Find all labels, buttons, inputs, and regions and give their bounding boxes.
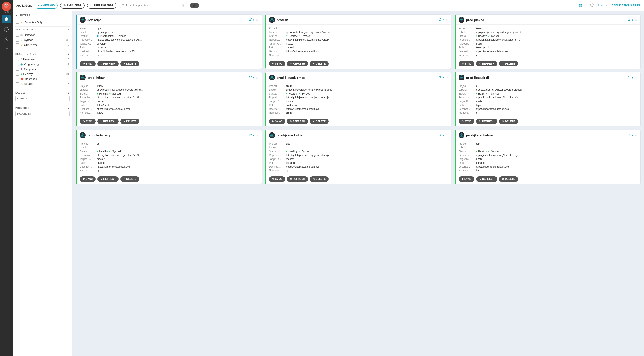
external-link-icon[interactable]: [438, 76, 441, 79]
sync-button[interactable]: ↻ SYNC: [80, 61, 96, 66]
dropdown-icon[interactable]: ▾: [253, 134, 254, 137]
external-link-icon[interactable]: [628, 134, 630, 137]
sync-status-collapse-icon[interactable]: ▲: [67, 28, 70, 31]
dropdown-icon[interactable]: ▾: [442, 76, 444, 79]
delete-button[interactable]: ✕ DELETE: [120, 176, 139, 182]
health-unknown-checkbox[interactable]: [16, 58, 19, 61]
favorite-star-icon[interactable]: ☆: [635, 18, 638, 22]
sync-button[interactable]: ↻ SYNC: [269, 176, 285, 182]
chart-view-icon[interactable]: [590, 3, 594, 8]
delete-button[interactable]: ✕ DELETE: [310, 176, 328, 182]
sync-apps-button[interactable]: ↻ SYNC APPS: [60, 2, 84, 8]
external-link-icon[interactable]: [628, 18, 630, 22]
sync-outofSync-filter[interactable]: ⟳ OutOfSync 7: [15, 42, 70, 47]
favorite-star-icon[interactable]: ☆: [256, 18, 258, 22]
search-input[interactable]: [126, 4, 181, 7]
refresh-button[interactable]: ↻ REFRESH: [476, 118, 497, 124]
logout-button[interactable]: Log out: [598, 4, 607, 7]
sync-unknown-filter[interactable]: Unknown 0: [15, 32, 70, 38]
external-link-icon[interactable]: [249, 18, 252, 22]
delete-button[interactable]: ✕ DELETE: [120, 61, 139, 66]
nav-icon-user[interactable]: [2, 35, 11, 44]
health-missing-checkbox[interactable]: [16, 82, 19, 86]
refresh-button[interactable]: ↻ REFRESH: [476, 61, 497, 66]
refresh-button[interactable]: ↻ REFRESH: [287, 118, 308, 124]
external-link-icon[interactable]: [438, 18, 441, 22]
delete-button[interactable]: ✕ DELETE: [499, 118, 518, 124]
delete-button[interactable]: ✕ DELETE: [120, 118, 139, 124]
delete-button[interactable]: ✕ DELETE: [310, 118, 328, 124]
delete-button[interactable]: ✕ DELETE: [499, 176, 518, 182]
nav-icon-settings[interactable]: [2, 25, 11, 34]
favorite-star-icon[interactable]: ☆: [445, 18, 448, 22]
app-name: prod-jkstack-dpa: [277, 134, 436, 137]
external-link-icon[interactable]: [249, 134, 252, 137]
refresh-apps-button[interactable]: ↻ REFRESH APPS: [87, 2, 116, 8]
sync-button[interactable]: ↻ SYNC: [458, 118, 474, 124]
favorite-star-icon[interactable]: ☆: [445, 76, 448, 79]
sync-button[interactable]: ↻ SYNC: [80, 118, 96, 124]
health-suspended-checkbox[interactable]: [16, 68, 19, 71]
dropdown-icon[interactable]: ▾: [632, 18, 633, 22]
external-link-icon[interactable]: [249, 76, 252, 79]
health-healthy-filter[interactable]: ♥ Healthy 34: [15, 72, 70, 76]
favorite-star-icon[interactable]: ☆: [445, 134, 448, 137]
delete-button[interactable]: ✕ DELETE: [310, 61, 328, 66]
health-degraded-filter[interactable]: 💔 Degraded 3: [15, 76, 70, 81]
refresh-button[interactable]: ↻ REFRESH: [476, 176, 497, 182]
labels-collapse-icon[interactable]: ▲: [67, 92, 70, 94]
favorites-filter[interactable]: ★ Favorites Only: [15, 20, 70, 25]
health-degraded-checkbox[interactable]: [16, 78, 19, 80]
sync-button[interactable]: ↻ SYNC: [458, 176, 474, 182]
sync-button[interactable]: ↻ SYNC: [269, 118, 285, 124]
favorite-star-icon[interactable]: ☆: [635, 134, 638, 137]
card-body: Project: di Labels: argocd.argoproj.io/i…: [456, 82, 640, 116]
dropdown-icon[interactable]: ▾: [632, 134, 633, 137]
nav-icon-list[interactable]: [2, 46, 11, 54]
target-rev-value: master: [476, 100, 638, 103]
delete-button[interactable]: ✕ DELETE: [499, 61, 518, 66]
external-link-icon[interactable]: [438, 134, 441, 137]
health-degraded-label: 💔 Degraded: [20, 77, 64, 80]
refresh-button[interactable]: ↻ REFRESH: [97, 176, 118, 182]
sync-button[interactable]: ↻ SYNC: [80, 176, 96, 182]
refresh-button[interactable]: ↻ REFRESH: [287, 61, 308, 66]
favorites-checkbox[interactable]: [16, 21, 19, 24]
health-suspended-filter[interactable]: ⏸ Suspended 0: [15, 67, 70, 72]
favorite-star-icon[interactable]: ☆: [635, 76, 638, 79]
favorite-star-icon[interactable]: ☆: [256, 76, 258, 79]
target-rev-label: Target R...: [80, 158, 97, 160]
health-healthy-checkbox[interactable]: [16, 72, 19, 76]
dropdown-icon[interactable]: ▾: [253, 76, 254, 79]
external-link-icon[interactable]: [628, 76, 630, 79]
favorite-star-icon[interactable]: ☆: [256, 134, 258, 137]
sync-synced-filter[interactable]: ✔ Synced 36: [15, 38, 70, 42]
dropdown-icon[interactable]: ▾: [632, 76, 633, 79]
sync-synced-checkbox[interactable]: [16, 38, 19, 42]
health-status-collapse-icon[interactable]: ▲: [67, 52, 70, 55]
toolbar-extra-button[interactable]: ⬛: [190, 3, 199, 8]
grid-view-icon[interactable]: [579, 3, 583, 8]
refresh-button[interactable]: ↻ REFRESH: [97, 118, 118, 124]
health-missing-filter[interactable]: ⚠ Missing 5: [15, 81, 70, 86]
sync-outofSync-checkbox[interactable]: [16, 44, 19, 46]
health-progressing-checkbox[interactable]: [16, 63, 19, 66]
namespace-row: Namesp... dsm: [458, 169, 638, 172]
projects-input[interactable]: [15, 111, 70, 116]
status-row: Status: ♥ Healthy ✔ Synced: [458, 92, 638, 96]
dropdown-icon[interactable]: ▾: [442, 18, 444, 22]
health-progressing-filter[interactable]: ◐ Progressing 1: [15, 62, 70, 67]
dropdown-icon[interactable]: ▾: [442, 134, 444, 137]
sync-button[interactable]: ↻ SYNC: [458, 61, 474, 66]
refresh-button[interactable]: ↻ REFRESH: [97, 61, 118, 66]
labels-input[interactable]: [15, 96, 70, 101]
projects-collapse-icon[interactable]: ▲: [67, 107, 70, 109]
list-view-icon[interactable]: [584, 3, 588, 8]
refresh-button[interactable]: ↻ REFRESH: [287, 176, 308, 182]
sync-unknown-checkbox[interactable]: [16, 34, 19, 36]
nav-icon-layers[interactable]: [2, 15, 11, 24]
sync-button[interactable]: ↻ SYNC: [269, 61, 285, 66]
health-unknown-filter[interactable]: ? Unknown 0: [15, 57, 70, 62]
dropdown-icon[interactable]: ▾: [253, 18, 254, 22]
new-app-button[interactable]: + + NEW APP: [35, 2, 58, 8]
